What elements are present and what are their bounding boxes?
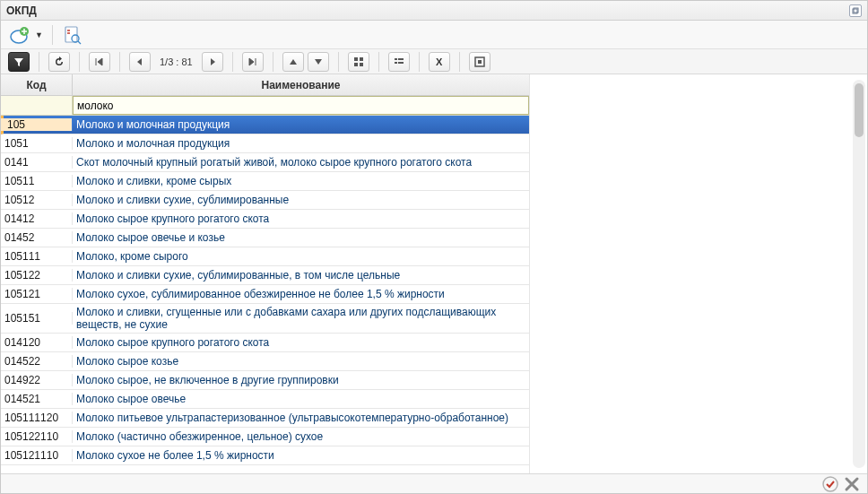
separator [232, 52, 233, 72]
check-icon [822, 476, 838, 492]
square-dot-icon [474, 56, 485, 67]
table-row[interactable]: 105122110Молоко (частично обезжиренное, … [1, 428, 529, 446]
grid-icon [353, 56, 364, 67]
last-page-button[interactable] [242, 52, 264, 72]
table-row[interactable]: 10512Молоко и сливки сухие, сублимирован… [1, 191, 529, 210]
header-name[interactable]: Наименование [73, 74, 529, 95]
table-row[interactable]: 01412Молоко сырое крупного рогатого скот… [1, 210, 529, 229]
cell-code: 105111120 [1, 412, 73, 424]
separator [419, 52, 420, 72]
cell-name: Молоко сухое, сублимированное обезжиренн… [73, 286, 529, 302]
cell-name: Молоко сырое овечье [73, 391, 529, 407]
cell-name: Молоко (частично обезжиренное, цельное) … [73, 429, 529, 445]
cell-name: Молоко сырое крупного рогатого скота [73, 334, 529, 351]
cell-name: Молоко и молочная продукция [73, 135, 529, 152]
new-record-button[interactable] [8, 24, 30, 46]
data-grid: Код Наименование 105Молоко и молочная пр… [1, 74, 530, 473]
cell-name: Молоко и сливки сухие, сублимированные [73, 192, 529, 208]
next-page-button[interactable] [202, 52, 223, 72]
cell-code: 01452 [1, 231, 73, 244]
svg-rect-10 [395, 58, 397, 60]
close-icon [844, 476, 860, 492]
cell-code: 10511 [1, 175, 73, 187]
refresh-button[interactable] [48, 52, 70, 72]
cell-name: Молоко и молочная продукция [73, 117, 529, 133]
grid-header-row: Код Наименование [1, 74, 529, 96]
header-code[interactable]: Код [1, 74, 73, 95]
prev-page-button[interactable] [129, 52, 151, 72]
separator [459, 52, 460, 72]
separator [119, 52, 120, 72]
table-row[interactable]: 014120Молоко сырое крупного рогатого ско… [1, 334, 529, 352]
cell-name: Молоко сырое овечье и козье [73, 230, 529, 246]
cell-code: 105151 [1, 312, 73, 325]
cell-code: 0141 [1, 156, 73, 169]
table-row[interactable]: 105121Молоко сухое, сублимированное обез… [1, 285, 529, 304]
table-row[interactable]: 014522Молоко сырое козье [1, 352, 529, 371]
filter-button[interactable] [8, 52, 30, 72]
table-row[interactable]: 105Молоко и молочная продукция [1, 116, 529, 134]
cell-code: 014522 [1, 355, 73, 368]
title-bar: ОКПД [1, 1, 867, 21]
pager-label: 1/3 : 81 [154, 56, 198, 67]
cell-code: 105 [1, 118, 73, 131]
table-row[interactable]: 10511Молоко и сливки, кроме сырых [1, 172, 529, 191]
filter-name-input[interactable] [73, 96, 529, 115]
excel-export-button[interactable]: X [429, 52, 450, 72]
document-plus-icon [9, 25, 29, 45]
select-button[interactable] [469, 52, 490, 72]
svg-rect-7 [360, 57, 363, 61]
grid-view-button[interactable] [348, 52, 369, 72]
first-page-button[interactable] [89, 52, 110, 72]
cell-name: Молоко сырое крупного рогатого скота [73, 211, 529, 227]
separator [338, 52, 339, 72]
svg-point-16 [823, 477, 838, 491]
svg-rect-15 [478, 60, 482, 64]
window-title: ОКПД [6, 4, 37, 17]
scrollbar[interactable] [853, 80, 865, 468]
cell-name: Молоко и сливки сухие, сублимированные, … [73, 267, 529, 283]
sort-asc-button[interactable] [282, 52, 304, 72]
cell-name: Молоко сырое козье [73, 353, 529, 369]
table-row[interactable]: 1051Молоко и молочная продукция [1, 134, 529, 153]
table-row[interactable]: 105121110Молоко сухое не более 1,5 % жир… [1, 446, 529, 465]
separator [79, 52, 80, 72]
cell-name: Молоко сухое не более 1,5 % жирности [73, 447, 529, 464]
cell-name: Молоко, кроме сырого [73, 248, 529, 264]
cell-code: 105121110 [1, 449, 73, 462]
table-row[interactable]: 105111Молоко, кроме сырого [1, 247, 529, 266]
cell-name: Молоко и сливки, сгущенные или с добавка… [73, 304, 529, 333]
table-row[interactable]: 105151Молоко и сливки, сгущенные или с д… [1, 304, 529, 334]
main-window: ОКПД ▼ [0, 0, 868, 494]
clear-filter-button[interactable] [62, 24, 83, 46]
table-row[interactable]: 01452Молоко сырое овечье и козье [1, 229, 529, 247]
cell-name: Молоко питьевое ультрапастеризованное (у… [73, 410, 529, 426]
first-icon [94, 57, 105, 66]
dropdown-icon[interactable]: ▼ [35, 30, 43, 39]
grid-body[interactable]: 105Молоко и молочная продукция1051Молоко… [1, 116, 529, 473]
svg-rect-8 [354, 63, 358, 66]
cell-name: Скот молочный крупный рогатый живой, мол… [73, 154, 529, 170]
separator [39, 52, 39, 72]
sort-desc-button[interactable] [308, 52, 329, 72]
svg-rect-6 [354, 57, 358, 61]
table-row[interactable]: 0141Скот молочный крупный рогатый живой,… [1, 153, 529, 172]
next-icon [208, 57, 217, 66]
table-row[interactable]: 105111120Молоко питьевое ультрапастеризо… [1, 409, 529, 428]
primary-toolbar: ▼ [1, 21, 867, 49]
cell-name: Молоко и сливки, кроме сырых [73, 173, 529, 189]
ok-button[interactable] [822, 476, 838, 492]
cancel-button[interactable] [844, 476, 860, 492]
table-row[interactable]: 014521Молоко сырое овечье [1, 390, 529, 409]
prev-icon [135, 57, 144, 66]
cell-name: Молоко сырое, не включенное в другие гру… [73, 372, 529, 388]
table-row[interactable]: 014922Молоко сырое, не включенное в друг… [1, 371, 529, 390]
separator [273, 52, 273, 72]
window-restore-button[interactable] [849, 4, 862, 17]
cell-code: 014922 [1, 374, 73, 386]
list-view-button[interactable] [388, 52, 410, 72]
table-row[interactable]: 105122Молоко и сливки сухие, сублимирова… [1, 266, 529, 285]
svg-rect-12 [395, 62, 397, 64]
separator [378, 52, 379, 72]
filter-code-cell[interactable] [1, 96, 73, 115]
